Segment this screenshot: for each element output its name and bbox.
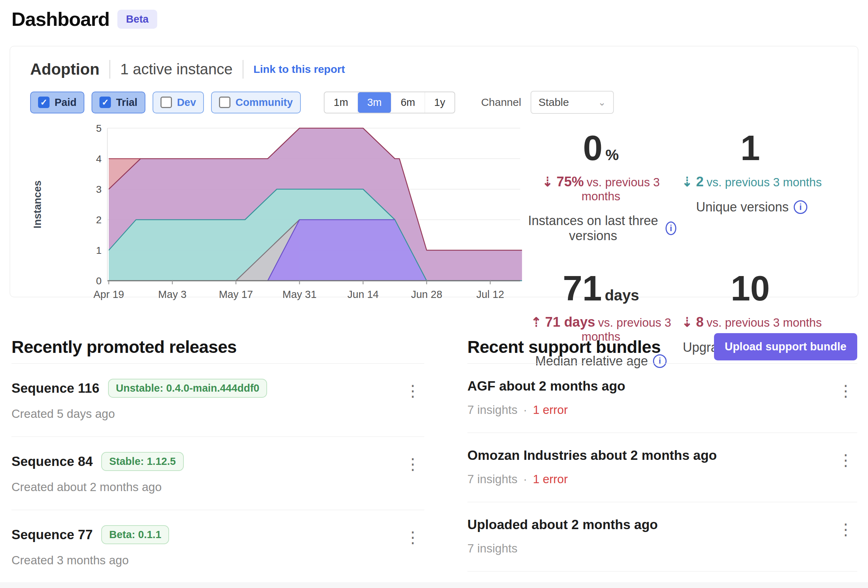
bundle-meta: 7 insights [467,542,658,555]
svg-text:Jun 28: Jun 28 [411,289,442,300]
support-bundles-section: Recent support bundles Upload support bu… [467,330,857,588]
release-row[interactable]: Sequence 77 Beta: 0.1.1 Created 3 months… [12,510,424,583]
filter-chip-community[interactable]: Community [211,92,301,114]
license-filter-chips: ✓ Paid ✓ Trial Dev Community [30,92,301,114]
trend-down-icon: ⇣ [682,315,692,329]
adoption-filters-row: ✓ Paid ✓ Trial Dev Community 1m 3m [30,91,838,114]
lower-sections: Recently promoted releases Sequence 116 … [12,330,857,588]
channel-selected-value: Stable [539,96,569,108]
bundle-title: AGF about 2 months ago [467,379,625,394]
page-header: Dashboard Beta [0,0,868,30]
release-name: Sequence 77 [12,527,93,542]
range-1y[interactable]: 1y [425,92,455,113]
kebab-menu-icon[interactable]: ⋮ [402,529,424,546]
filter-chip-label: Dev [177,96,196,108]
svg-text:0: 0 [96,275,102,287]
upload-support-bundle-button[interactable]: Upload support bundle [714,333,857,360]
bundle-insights: 7 insights [467,473,517,486]
svg-text:2: 2 [96,214,102,225]
bundle-row[interactable]: AGF about 2 months ago 7 insights · 1 er… [467,363,857,433]
checkbox-checked-icon[interactable]: ✓ [99,96,111,108]
stat-caption: Instances on last three versions i [526,213,676,244]
stat-change: ⇣8vs. previous 3 months [676,315,827,330]
divider [109,60,110,78]
checkbox-unchecked-icon[interactable] [161,96,172,108]
stat-change: ⇣2vs. previous 3 months [676,174,827,189]
dot-separator: · [523,473,527,486]
link-to-report[interactable]: Link to this report [254,63,345,75]
kebab-menu-icon[interactable]: ⋮ [834,382,857,399]
kebab-menu-icon[interactable]: ⋮ [834,521,857,538]
release-channel-badge: Stable: 1.12.5 [101,452,183,471]
bundle-insights: 7 insights [467,403,517,417]
bundle-row[interactable]: Omozan Industries about 2 months ago 7 i… [467,433,857,502]
releases-header: Recently promoted releases [12,330,424,363]
kebab-menu-icon[interactable]: ⋮ [402,455,424,473]
release-channel-badge: Beta: 0.1.1 [101,525,169,544]
range-3m[interactable]: 3m [358,92,391,113]
bundle-title: Omozan Industries about 2 months ago [467,448,717,463]
svg-text:Jul 12: Jul 12 [476,289,504,300]
chevron-down-icon: ⌄ [598,97,606,108]
svg-text:4: 4 [96,153,102,164]
release-name: Sequence 116 [12,381,99,396]
y-axis-label: Instances [32,180,43,229]
releases-section: Recently promoted releases Sequence 116 … [12,330,424,588]
trend-down-icon: ⇣ [542,174,553,189]
channel-select[interactable]: Stable ⌄ [531,91,614,114]
release-row[interactable]: Sequence 116 Unstable: 0.4.0-main.444ddf… [12,363,424,436]
info-icon[interactable]: i [666,222,676,235]
release-created: Created about 2 months ago [12,480,184,494]
svg-text:May 17: May 17 [219,289,253,300]
page-title: Dashboard [12,8,109,30]
release-created: Created 5 days ago [12,407,267,421]
svg-text:May 31: May 31 [282,289,317,300]
range-6m[interactable]: 6m [391,92,425,113]
dashboard-page: Dashboard Beta Adoption 1 active instanc… [0,0,868,588]
stat-instances-last-three-versions: 0% ⇣75%vs. previous 3 months Instances o… [526,130,676,244]
release-row[interactable]: Sequence 84 Stable: 1.12.5 Created about… [12,437,424,510]
stat-value: 1 [676,130,827,165]
stat-change: ⇣75%vs. previous 3 months [526,174,676,203]
divider [243,60,244,78]
adoption-card-header: Adoption 1 active instance Link to this … [30,60,838,78]
bundle-row[interactable]: Uploaded about 2 months ago 7 insights ⋮ [467,502,857,571]
release-created: Created 3 months ago [12,554,169,567]
svg-text:Jun 14: Jun 14 [347,289,379,300]
stat-unique-versions: 1 ⇣2vs. previous 3 months Unique version… [676,130,827,244]
kebab-menu-icon[interactable]: ⋮ [834,452,857,468]
bundle-errors: 1 error [533,473,568,486]
checkbox-unchecked-icon[interactable] [219,96,230,108]
beta-badge: Beta [117,10,157,29]
release-channel-badge: Unstable: 0.4.0-main.444ddf0 [108,379,267,398]
filter-chip-label: Paid [55,96,77,108]
filter-chip-paid[interactable]: ✓ Paid [30,92,84,114]
bundle-meta: 7 insights · 1 error [467,403,625,417]
adoption-chart: 012345Apr 19May 3May 17May 31Jun 14Jun 2… [30,120,526,307]
filter-chip-trial[interactable]: ✓ Trial [92,92,145,114]
bundle-errors: 1 error [533,403,568,417]
svg-text:3: 3 [96,184,102,195]
checkbox-checked-icon[interactable]: ✓ [38,96,50,108]
active-instance-count: 1 active instance [120,61,233,78]
filter-chip-label: Trial [116,96,137,108]
filter-chip-label: Community [235,96,293,108]
release-name: Sequence 84 [12,454,93,469]
stat-value: 10 [676,271,827,306]
svg-text:5: 5 [96,123,102,134]
svg-text:1: 1 [96,245,102,256]
range-1m[interactable]: 1m [325,92,358,113]
filter-chip-dev[interactable]: Dev [152,92,204,114]
bundle-title: Uploaded about 2 months ago [467,517,658,532]
dot-separator: · [523,403,527,417]
trend-down-icon: ⇣ [682,174,692,189]
stat-value: 0% [526,130,676,165]
bundle-meta: 7 insights · 1 error [467,473,717,486]
bundles-heading: Recent support bundles [467,337,660,357]
stat-caption: Unique versions i [676,199,827,215]
time-range-toggle: 1m 3m 6m 1y [324,92,456,114]
info-icon[interactable]: i [794,200,807,214]
stat-value: 71days [526,271,676,306]
kebab-menu-icon[interactable]: ⋮ [402,382,424,399]
adoption-card: Adoption 1 active instance Link to this … [10,46,858,297]
